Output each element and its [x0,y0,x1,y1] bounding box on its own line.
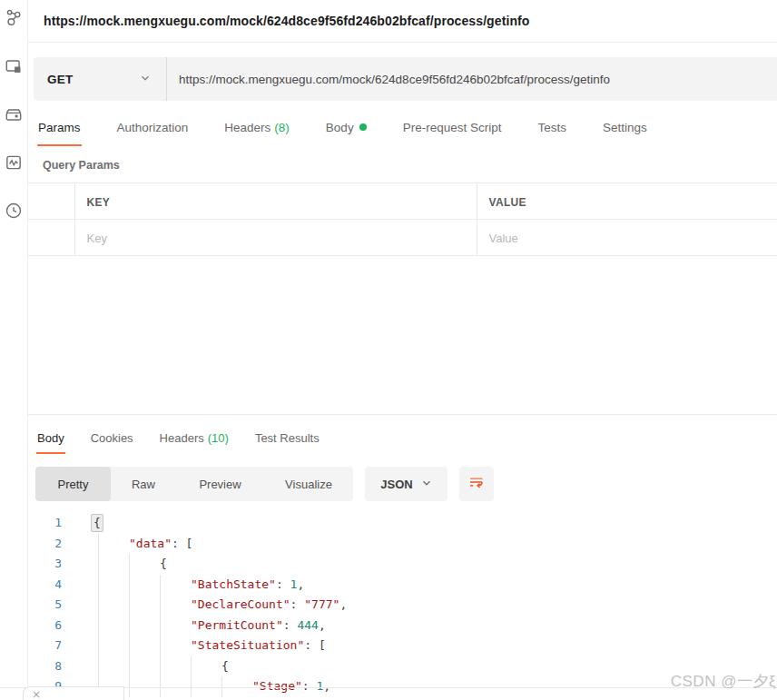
overlay-toast: × [23,686,124,700]
environment-icon[interactable] [4,56,24,76]
code-token: : [ [304,636,325,656]
line-wrap-icon [467,473,486,495]
code-content: { [76,554,167,575]
indent-guide [98,575,129,596]
indent-guide [160,656,191,677]
view-mode-visualize[interactable]: Visualize [264,467,353,501]
line-number: 3 [28,554,76,575]
request-tab-body[interactable]: Body [325,115,368,146]
method-label: GET [47,73,73,86]
code-content: "PermitCount": 444, [76,616,326,636]
response-tab-test-results[interactable]: Test Results [254,426,320,454]
code-token: , [319,616,326,636]
code-line-2: 2"data": [ [28,534,777,555]
url-text: https://mock.mengxuegu.com/mock/624d8ce9… [179,73,610,86]
code-token: , [297,575,304,596]
code-line-6: 6"PermitCount": 444, [28,616,777,636]
indent-guide [191,656,221,677]
view-mode-segmented-control: PrettyRawPreviewVisualize [35,467,353,501]
code-token: "PermitCount" [191,616,283,636]
code-token: : [276,575,290,596]
tab-label: Body [326,121,354,134]
tab-count-badge: (8) [274,121,290,134]
tab-label: Headers [224,121,270,134]
key-placeholder: Key [87,232,107,245]
request-tab-params[interactable]: Params [37,115,82,146]
indent-guide [160,636,191,656]
code-token: "StateSituation" [191,636,304,656]
code-token: "777" [304,595,339,616]
code-content: "DeclareCount": "777", [76,595,347,616]
request-tab-authorization[interactable]: Authorization [116,115,190,146]
indent-guide [98,595,129,616]
indent-guide [129,656,160,677]
table-header-row: KEY VALUE [28,183,777,220]
indent-guide [160,575,191,596]
view-mode-preview[interactable]: Preview [176,467,264,501]
code-token: { [91,514,103,532]
line-number: 4 [28,575,76,596]
view-mode-pretty[interactable]: Pretty [35,467,111,501]
code-token: "data" [129,534,172,555]
line-wrap-button[interactable] [459,467,494,501]
watermark: CSDN @一夕ξ [671,671,776,692]
left-rail [0,0,28,687]
code-line-4: 4"BatchState": 1, [28,575,777,596]
tab-label: Headers [160,431,204,445]
code-line-8: 8{ [28,656,777,677]
indent-guide [160,595,191,616]
code-token: : [ [172,534,192,555]
response-tab-body[interactable]: Body [36,426,65,454]
tab-label: Settings [603,121,647,134]
line-number: 6 [28,616,76,636]
request-tab-headers[interactable]: Headers(8) [223,115,290,146]
green-dot-indicator [359,123,367,131]
line-number: 5 [28,595,76,616]
request-tab-pre-request-script[interactable]: Pre-request Script [402,115,503,146]
code-content: { [76,513,103,534]
row-select-cell [28,220,74,256]
response-tab-headers[interactable]: Headers(10) [159,426,230,454]
share-nodes-icon[interactable] [4,8,24,28]
indent-guide [98,656,129,677]
indent-guide [129,636,160,656]
row-select-header-cell [28,183,74,220]
tab-label: Cookies [91,431,133,445]
format-select[interactable]: JSON [365,467,448,501]
code-token: { [160,554,167,575]
key-input-cell[interactable]: Key [74,220,477,256]
app-window: https://mock.mengxuegu.com/mock/624d8ce9… [0,0,777,700]
code-token: 1 [290,575,298,596]
code-token: : [290,595,305,616]
url-bar: GET https://mock.mengxuegu.com/mock/624d… [34,57,777,101]
indent-guide [129,575,160,596]
mock-server-icon[interactable] [4,104,24,124]
query-params-label: Query Params [43,159,777,172]
code-token: , [339,595,347,616]
method-select[interactable]: GET [34,57,166,101]
view-mode-raw[interactable]: Raw [111,467,176,501]
code-token: "DeclareCount" [191,595,290,616]
indent-guide [98,636,129,656]
response-toolbar: PrettyRawPreviewVisualize JSON [28,467,777,501]
indent-guide [129,616,160,636]
code-content: "data": [ [76,534,192,555]
url-input[interactable]: https://mock.mengxuegu.com/mock/624d8ce9… [167,57,777,101]
code-token: 444 [297,616,318,636]
line-number: 1 [28,513,76,534]
close-icon[interactable]: × [32,690,41,699]
monitor-icon[interactable] [4,153,24,173]
code-line-7: 7"StateSituation": [ [28,636,777,656]
code-token: { [221,656,229,677]
response-body-code: 1{2"data": [3{4"BatchState": 1,5"Declare… [28,513,777,697]
indent-guide [98,554,129,575]
history-icon[interactable] [4,201,24,221]
response-tab-cookies[interactable]: Cookies [90,426,134,454]
value-input-cell[interactable]: Value [477,220,777,256]
request-tab-tests[interactable]: Tests [536,115,567,146]
code-line-3: 3{ [28,554,777,575]
table-row: Key Value [28,220,777,256]
request-tab-settings[interactable]: Settings [602,115,648,146]
line-number: 2 [28,534,76,555]
tab-count-badge: (10) [208,431,229,445]
